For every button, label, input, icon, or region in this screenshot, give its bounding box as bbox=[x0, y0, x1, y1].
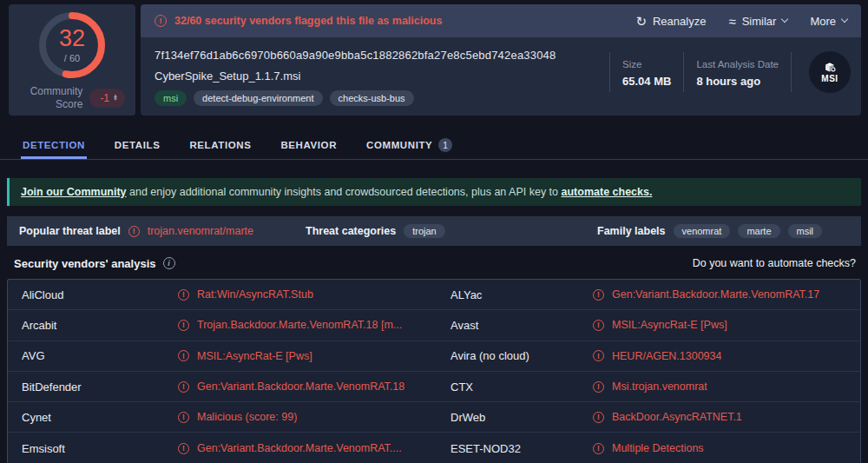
detection-result: !Gen:Variant.Backdoor.Marte.VenomRAT.18 bbox=[178, 380, 437, 393]
popular-threat-label: Popular threat label bbox=[19, 225, 121, 237]
warning-icon: ! bbox=[178, 443, 189, 454]
tab-label: DETECTION bbox=[23, 140, 85, 150]
vendor-name: ALYac bbox=[437, 288, 593, 301]
community-count-badge: 1 bbox=[438, 138, 452, 152]
warning-icon: ! bbox=[155, 15, 167, 27]
analysis-section-header: Security vendors' analysis i Do you want… bbox=[7, 253, 861, 274]
detection-result: !Multiple Detections bbox=[593, 442, 860, 454]
warning-icon: ! bbox=[178, 350, 189, 361]
family-marte[interactable]: marte bbox=[738, 224, 779, 238]
warning-icon: ! bbox=[178, 320, 189, 331]
detection-result: !Msi.trojan.venomrat bbox=[593, 380, 860, 393]
detection-label: BackDoor.AsyncRATNET.1 bbox=[612, 411, 742, 423]
tab-relations[interactable]: RELATIONS bbox=[187, 131, 253, 159]
detection-result: !MSIL:AsyncRat-E [Pws] bbox=[593, 319, 860, 331]
vendor-name: Emsisoft bbox=[8, 442, 178, 455]
divider bbox=[609, 52, 610, 92]
tag-checks-usb-bus[interactable]: checks-usb-bus bbox=[330, 90, 414, 106]
detection-result: !HEUR/AGEN.1300934 bbox=[593, 350, 860, 362]
divider bbox=[791, 52, 792, 92]
vendor-name: AliCloud bbox=[8, 288, 178, 301]
tag-msi[interactable]: msi bbox=[155, 90, 187, 106]
divider bbox=[683, 52, 684, 92]
size-label: Size bbox=[622, 59, 671, 69]
detection-label: Multiple Detections bbox=[612, 442, 704, 454]
more-button[interactable]: More bbox=[810, 15, 847, 28]
vendor-name: ESET-NOD32 bbox=[437, 442, 593, 455]
warning-icon: ! bbox=[593, 320, 604, 331]
similar-button[interactable]: ≈ Similar bbox=[728, 15, 787, 28]
detection-label: Gen:Variant.Backdoor.Marte.VenomRAT.18 bbox=[197, 380, 404, 393]
warning-icon: ! bbox=[593, 350, 604, 361]
detection-label: Msi.trojan.venomrat bbox=[612, 380, 707, 393]
vendors-table: AliCloud!Rat:Win/AsyncRAT.StubALYac!Gen:… bbox=[7, 279, 861, 463]
package-icon bbox=[823, 62, 838, 75]
chevron-down-icon bbox=[841, 16, 848, 23]
detection-total: / 60 bbox=[64, 53, 80, 63]
analysis-title: Security vendors' analysis bbox=[14, 257, 156, 270]
warning-icon: ! bbox=[128, 226, 140, 237]
tab-behavior[interactable]: BEHAVIOR bbox=[279, 131, 339, 159]
filetype-label: MSI bbox=[821, 74, 838, 83]
automate-checks-prompt[interactable]: Do you want to automate checks? bbox=[693, 257, 856, 269]
similar-label: Similar bbox=[742, 15, 777, 28]
tab-details[interactable]: DETAILS bbox=[113, 131, 162, 159]
detection-count: 32 bbox=[59, 27, 85, 50]
info-icon[interactable]: i bbox=[163, 257, 175, 269]
detection-result: !BackDoor.AsyncRATNET.1 bbox=[593, 411, 860, 423]
threat-label-value[interactable]: trojan.venomrat/marte bbox=[148, 225, 253, 237]
detection-result: !Malicious (score: 99) bbox=[178, 411, 437, 423]
detection-result: !Gen:Variant.Backdoor.Marte.VenomRAT.17 bbox=[593, 288, 860, 301]
detection-score-gauge: 32 / 60 bbox=[36, 9, 108, 82]
malicious-alert-bar: ! 32/60 security vendors flagged this fi… bbox=[141, 4, 861, 37]
detection-label: MSIL:AsyncRat-E [Pws] bbox=[197, 350, 312, 362]
vendor-name: CTX bbox=[437, 380, 593, 394]
threat-categories-label: Threat categories bbox=[306, 225, 396, 237]
tab-community[interactable]: COMMUNITY 1 bbox=[365, 131, 454, 159]
community-score-badge[interactable]: -1 ▲ ▼ bbox=[89, 89, 125, 108]
table-row: Arcabit!Trojan.Backdoor.Marte.VenomRAT.1… bbox=[8, 310, 860, 341]
family-venomrat[interactable]: venomrat bbox=[674, 224, 731, 238]
reanalyze-button[interactable]: ↻ Reanalyze bbox=[635, 15, 706, 28]
file-info-panel: 7f134ef76d1ab6c6970b660a9a90e9bba5c18828… bbox=[141, 37, 861, 116]
join-community-link[interactable]: Join our Community bbox=[21, 186, 127, 198]
tab-detection[interactable]: DETECTION bbox=[21, 131, 87, 159]
last-analysis-date: 8 hours ago bbox=[696, 75, 779, 88]
detection-label: HEUR/AGEN.1300934 bbox=[612, 350, 721, 362]
tab-label: RELATIONS bbox=[189, 140, 251, 150]
family-msil[interactable]: msil bbox=[788, 224, 823, 238]
table-row: BitDefender!Gen:Variant.Backdoor.Marte.V… bbox=[8, 372, 860, 402]
file-metadata: Size 65.04 MB Last Analysis Date 8 hours… bbox=[597, 51, 851, 93]
alert-message: 32/60 security vendors flagged this file… bbox=[174, 15, 442, 27]
vendor-name: Cynet bbox=[8, 411, 178, 424]
detection-label: MSIL:AsyncRat-E [Pws] bbox=[612, 319, 727, 331]
table-row: Cynet!Malicious (score: 99)DrWeb!BackDoo… bbox=[8, 402, 860, 433]
vote-down-icon[interactable]: ▼ bbox=[113, 98, 118, 102]
file-size: 65.04 MB bbox=[622, 75, 671, 88]
vendor-name: Avira (no cloud) bbox=[437, 349, 593, 362]
warning-icon: ! bbox=[178, 381, 189, 393]
detection-result: !Trojan.Backdoor.Marte.VenomRAT.18 [m... bbox=[178, 319, 437, 331]
msi-filetype-icon: MSI bbox=[809, 51, 851, 93]
warning-icon: ! bbox=[178, 412, 189, 423]
warning-icon: ! bbox=[593, 412, 604, 423]
detection-label: Rat:Win/AsyncRAT.Stub bbox=[197, 288, 313, 301]
chevron-down-icon bbox=[781, 16, 788, 23]
file-header-panel: ! 32/60 security vendors flagged this fi… bbox=[141, 4, 861, 116]
vendor-name: DrWeb bbox=[437, 411, 593, 424]
category-trojan[interactable]: trojan bbox=[404, 224, 445, 238]
community-score-value: -1 bbox=[100, 92, 109, 104]
tag-detect-debug-environment[interactable]: detect-debug-environment bbox=[194, 90, 322, 106]
warning-icon: ! bbox=[178, 289, 189, 301]
detection-label: Gen:Variant.Backdoor.Marte.VenomRAT.... bbox=[197, 442, 402, 454]
automate-checks-link[interactable]: automate checks. bbox=[562, 186, 653, 198]
detection-label: Malicious (score: 99) bbox=[197, 411, 297, 423]
vendor-name: Arcabit bbox=[8, 319, 178, 332]
tab-bar: DETECTION DETAILS RELATIONS BEHAVIOR COM… bbox=[0, 131, 868, 160]
warning-icon: ! bbox=[593, 289, 604, 301]
community-promo-banner: Join our Community and enjoy additional … bbox=[7, 178, 861, 206]
reanalyze-icon: ↻ bbox=[635, 15, 647, 28]
vendor-name: AVG bbox=[8, 349, 178, 362]
threat-label-row: Popular threat label ! trojan.venomrat/m… bbox=[7, 216, 861, 246]
table-row: AVG!MSIL:AsyncRat-E [Pws]Avira (no cloud… bbox=[8, 341, 860, 372]
